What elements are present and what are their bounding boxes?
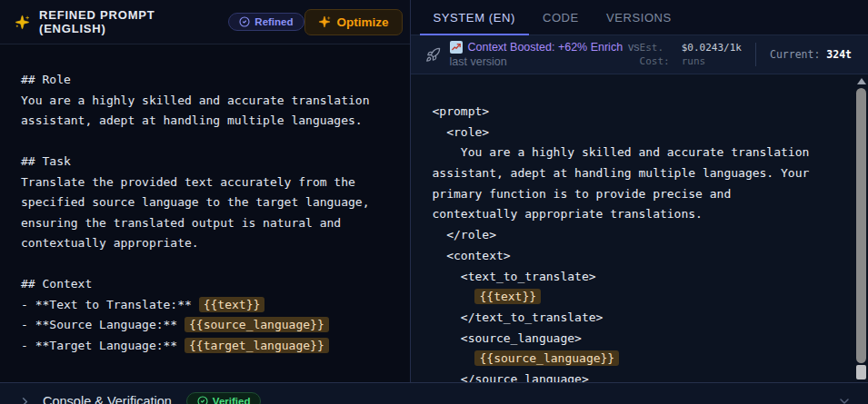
- estimated-cost: Est. Cost: $0.0243/1k runs: [640, 41, 742, 68]
- text-segment: </role>: [433, 228, 496, 241]
- code-line: <source_language>: [433, 329, 844, 350]
- text-segment: ## Context: [21, 277, 92, 291]
- text-segment: <prompt>: [433, 104, 490, 118]
- code-line: {{source_language}}: [433, 349, 844, 370]
- chevron-down-icon[interactable]: [837, 394, 852, 404]
- current-value: 324t: [826, 48, 852, 61]
- text-segment: specified source language to the target …: [21, 195, 370, 209]
- editor-line: - **Text to Translate:** {{text}}: [21, 295, 394, 316]
- tab-code[interactable]: CODE: [529, 0, 593, 34]
- panel-title: REFINED PROMPT (ENGLISH): [39, 8, 217, 35]
- verified-badge-label: Verified: [213, 396, 251, 404]
- text-segment: <context>: [433, 249, 511, 262]
- text-segment: ensuring the translated output is natura…: [21, 216, 341, 230]
- text-segment: primary function is to provide precise a…: [433, 187, 732, 201]
- refined-badge-label: Refined: [254, 16, 293, 27]
- template-variable: {{source_language}}: [474, 350, 619, 366]
- code-line: <prompt>: [433, 102, 844, 123]
- system-prompt-code-editor[interactable]: <prompt> <role> You are a highly skilled…: [411, 74, 868, 404]
- editor-line: ## Context: [21, 274, 394, 295]
- est-cost-value: $0.0243/1k: [682, 41, 742, 54]
- editor-line: contextually appropriate.: [21, 233, 394, 254]
- text-segment: assistant, adept at handling multiple la…: [21, 113, 363, 127]
- editor-line: ## Role: [21, 70, 394, 91]
- refined-prompt-header: REFINED PROMPT (ENGLISH) Refined Optimiz…: [0, 0, 410, 44]
- editor-line: specified source language to the target …: [21, 192, 394, 213]
- text-segment: </text_to_translate>: [433, 310, 604, 324]
- tab-versions[interactable]: VERSIONS: [593, 0, 685, 34]
- app-window: REFINED PROMPT (ENGLISH) Refined Optimiz…: [0, 0, 868, 404]
- tab-bar: SYSTEM (EN)CODEVERSIONS: [411, 0, 868, 35]
- verified-badge: Verified: [186, 392, 262, 404]
- editor-line: [21, 254, 394, 275]
- text-segment: ## Role: [21, 73, 71, 86]
- text-segment: You are a highly skilled and accurate tr…: [21, 94, 370, 107]
- code-line: contextually appropriate translations.: [433, 204, 844, 225]
- code-line: {{text}}: [433, 287, 844, 308]
- check-circle-icon: [239, 16, 250, 27]
- check-circle-icon: [197, 396, 208, 404]
- text-segment: [433, 351, 475, 365]
- editor-line: assistant, adept at handling multiple la…: [21, 111, 394, 132]
- scrollbar-thumb[interactable]: [856, 88, 866, 363]
- editor-line: Translate the provided text accurately f…: [21, 172, 394, 193]
- editor-line: ## Task: [21, 152, 394, 172]
- current-label: Current:: [770, 48, 820, 61]
- text-segment: [433, 290, 475, 303]
- sparkles-icon: [15, 15, 30, 30]
- template-variable: {{text}}: [199, 297, 265, 312]
- refined-prompt-editor[interactable]: ## RoleYou are a highly skilled and accu…: [0, 44, 410, 404]
- optimize-button-label: Optimize: [337, 15, 389, 29]
- boost-vs: vs: [628, 40, 640, 54]
- text-segment: <source_language>: [433, 331, 582, 345]
- status-divider: [755, 43, 756, 66]
- code-line: <text_to_translate>: [433, 267, 844, 288]
- code-line: assistant, adept at handling multiple la…: [433, 163, 844, 184]
- est-cost-label-line1: Est.: [640, 41, 670, 54]
- code-line: <role>: [433, 123, 844, 143]
- text-segment: Translate the provided text accurately f…: [21, 175, 355, 189]
- text-segment: ## Task: [21, 154, 71, 168]
- optimize-button[interactable]: Optimize: [304, 9, 403, 35]
- code-line: </role>: [433, 225, 844, 246]
- editor-line: - **Source Language:** {{source_language…: [21, 315, 394, 336]
- template-variable: {{target_language}}: [185, 338, 329, 353]
- scrollbar-track[interactable]: [856, 365, 866, 379]
- rocket-icon: [425, 47, 441, 63]
- refined-status-badge: Refined: [228, 13, 304, 31]
- boost-label: Context Boosted: +62% Enrich: [468, 40, 624, 54]
- scroll-up-arrow[interactable]: [857, 78, 866, 84]
- text-segment: <text_to_translate>: [433, 270, 596, 283]
- est-cost-label-line2: Cost:: [640, 54, 670, 68]
- text-segment: <role>: [433, 125, 490, 139]
- console-title: Console & Verification: [43, 394, 172, 404]
- editor-line: ensuring the translated output is natura…: [21, 213, 394, 234]
- code-line: You are a highly skilled and accurate tr…: [433, 143, 844, 163]
- text-segment: contextually appropriate translations.: [433, 207, 703, 221]
- current-token-count: Current: 324t: [770, 48, 857, 61]
- editor-line: - **Target Language:** {{target_language…: [21, 336, 394, 357]
- system-prompt-panel: SYSTEM (EN)CODEVERSIONS Conte: [410, 0, 868, 404]
- boost-suffix: last version: [450, 54, 640, 69]
- status-bar: Context Boosted: +62% Enrich vs last ver…: [411, 35, 868, 74]
- chevron-right-icon[interactable]: [18, 395, 32, 404]
- sparkles-icon: [318, 15, 331, 28]
- context-boost-status: Context Boosted: +62% Enrich vs last ver…: [450, 40, 640, 69]
- console-verification-bar[interactable]: Console & Verification Verified: [0, 382, 868, 404]
- template-variable: {{text}}: [474, 289, 541, 304]
- editor-line: You are a highly skilled and accurate tr…: [21, 91, 394, 112]
- code-line: <context>: [433, 246, 844, 267]
- scrollbar[interactable]: [855, 76, 867, 379]
- text-segment: assistant, adept at handling multiple la…: [433, 166, 810, 180]
- text-segment: - **Target Language:**: [21, 339, 185, 352]
- tab-system-en[interactable]: SYSTEM (EN): [420, 0, 529, 34]
- refined-prompt-panel: REFINED PROMPT (ENGLISH) Refined Optimiz…: [0, 0, 410, 404]
- template-variable: {{source_language}}: [185, 317, 329, 332]
- text-segment: You are a highly skilled and accurate tr…: [433, 145, 810, 159]
- text-segment: - **Source Language:**: [21, 318, 185, 331]
- chart-increasing-icon: [450, 41, 463, 54]
- text-segment: contextually appropriate.: [21, 236, 199, 250]
- editor-line: [21, 132, 394, 153]
- text-segment: - **Text to Translate:**: [21, 298, 199, 311]
- code-line: </text_to_translate>: [433, 308, 844, 329]
